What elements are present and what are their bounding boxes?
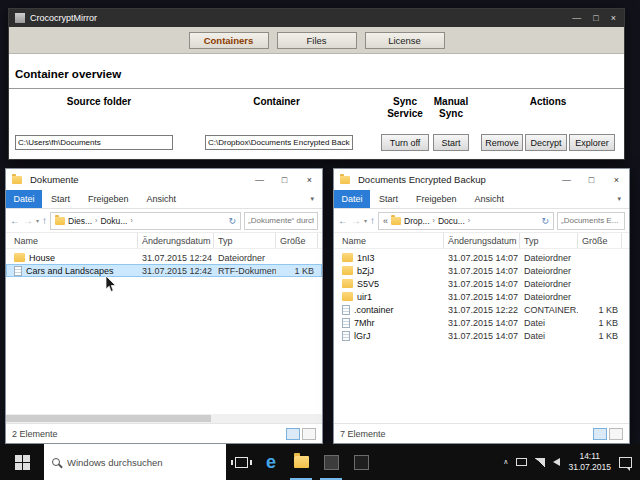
maximize-icon[interactable]: □ [579, 169, 604, 190]
history-dropdown-icon[interactable]: ▾ [36, 217, 39, 224]
close-icon[interactable]: × [604, 169, 629, 190]
explorer-button[interactable]: Explorer [569, 134, 615, 151]
folder-icon [14, 253, 25, 262]
titlebar[interactable]: Documents Encrypted Backup — □ × [334, 169, 629, 190]
source-folder-input[interactable] [15, 135, 173, 150]
address-bar[interactable]: « Drop... › Docu... › ↻ [378, 212, 554, 230]
minimize-icon[interactable]: — [247, 169, 272, 190]
taskbar-file-explorer-button[interactable] [286, 444, 316, 480]
tray-network-icon[interactable] [535, 458, 545, 467]
ribbon-expand-icon[interactable]: ▾ [302, 195, 322, 203]
column-header-name[interactable]: Name [338, 233, 444, 248]
tray-chevron-icon[interactable]: ∧ [503, 458, 508, 466]
column-header-size[interactable]: Größe [578, 233, 622, 248]
file-name: 1nI3 [357, 253, 375, 263]
tab-band: Containers Files License [9, 27, 624, 54]
file-row[interactable]: bZjJ 31.07.2015 14:07 Dateiordner [334, 264, 629, 277]
action-center-icon[interactable] [619, 457, 632, 468]
file-type: Dateiordner [520, 292, 578, 302]
maximize-icon[interactable]: □ [272, 169, 297, 190]
breadcrumb-item[interactable]: Dies... [68, 216, 92, 226]
forward-icon[interactable]: → [351, 215, 361, 226]
taskbar-search[interactable] [44, 444, 226, 480]
folder-icon [294, 456, 309, 468]
horizontal-scrollbar[interactable] [6, 414, 322, 423]
remove-button[interactable]: Remove [481, 134, 523, 151]
ribbon-tab-start[interactable]: Start [370, 194, 407, 204]
search-input[interactable] [557, 212, 625, 230]
minimize-icon[interactable]: — [554, 169, 579, 190]
column-header-size[interactable]: Größe [276, 233, 318, 248]
thumbnails-view-icon[interactable] [609, 428, 623, 440]
folder-icon [340, 176, 350, 184]
file-size: 1 KB [578, 318, 622, 328]
tray-display-icon[interactable] [516, 458, 527, 466]
close-icon[interactable]: × [611, 13, 616, 23]
breadcrumb-item[interactable]: Drop... [404, 216, 430, 226]
container-path-input[interactable] [205, 135, 353, 150]
file-type: CONTAINER... [520, 305, 578, 315]
file-row-selected[interactable]: Cars and Landscapes 31.07.2015 12:42 RTF… [6, 264, 322, 277]
thumbnails-view-icon[interactable] [302, 428, 316, 440]
ribbon-tab-ansicht[interactable]: Ansicht [466, 194, 514, 204]
minimize-icon[interactable]: — [572, 13, 581, 23]
file-type: Dateiordner [520, 253, 578, 263]
maximize-icon[interactable]: □ [593, 13, 598, 23]
crococrypt-titlebar[interactable]: CrococryptMirror — □ × [9, 9, 624, 27]
column-header-name[interactable]: Name [10, 233, 138, 248]
up-icon[interactable]: ↑ [42, 215, 47, 226]
ribbon-expand-icon[interactable]: ▾ [609, 195, 629, 203]
column-header-date[interactable]: Änderungsdatum [138, 233, 214, 248]
taskbar-clock[interactable]: 14:11 31.07.2015 [568, 451, 611, 473]
turn-off-button[interactable]: Turn off [381, 134, 429, 151]
ribbon-tab-datei[interactable]: Datei [6, 190, 42, 208]
file-row[interactable]: lGrJ 31.07.2015 14:07 Datei 1 KB [334, 329, 629, 342]
column-header-date[interactable]: Änderungsdatum [444, 233, 520, 248]
taskbar-app-button-2[interactable] [346, 444, 376, 480]
back-icon[interactable]: ← [338, 215, 348, 226]
breadcrumb-overflow-icon[interactable]: « [383, 216, 388, 226]
file-row[interactable]: House 31.07.2015 12:24 Dateiordner [6, 251, 322, 264]
tab-containers[interactable]: Containers [189, 32, 269, 49]
file-row[interactable]: 1nI3 31.07.2015 14:07 Dateiordner [334, 251, 629, 264]
tab-files[interactable]: Files [277, 32, 357, 49]
column-header-type[interactable]: Typ [520, 233, 578, 248]
up-icon[interactable]: ↑ [370, 215, 375, 226]
file-name: lGrJ [354, 331, 371, 341]
start-sync-button[interactable]: Start [433, 134, 469, 151]
details-view-icon[interactable] [593, 428, 607, 440]
column-header-type[interactable]: Typ [214, 233, 276, 248]
task-view-button[interactable] [226, 444, 256, 480]
file-row[interactable]: .container 31.07.2015 12:22 CONTAINER...… [334, 303, 629, 316]
taskbar-edge-button[interactable]: e [256, 444, 286, 480]
ribbon-tab-datei[interactable]: Datei [334, 190, 370, 208]
ribbon-tab-freigeben[interactable]: Freigeben [407, 194, 466, 204]
decrypt-button[interactable]: Decrypt [525, 134, 567, 151]
breadcrumb-item[interactable]: Docu... [438, 216, 465, 226]
refresh-icon[interactable]: ↻ [228, 216, 236, 226]
ribbon-tab-ansicht[interactable]: Ansicht [138, 194, 186, 204]
file-row[interactable]: S5V5 31.07.2015 14:07 Dateiordner [334, 277, 629, 290]
close-icon[interactable]: × [297, 169, 322, 190]
forward-icon[interactable]: → [23, 215, 33, 226]
document-icon [342, 331, 350, 341]
tray-volume-icon[interactable] [553, 458, 560, 466]
tab-license[interactable]: License [365, 32, 445, 49]
scrollbar-thumb[interactable] [6, 415, 211, 422]
history-dropdown-icon[interactable]: ▾ [364, 217, 367, 224]
search-input[interactable] [244, 212, 318, 230]
details-view-icon[interactable] [286, 428, 300, 440]
ribbon-tab-freigeben[interactable]: Freigeben [79, 194, 138, 204]
taskbar-search-input[interactable] [67, 457, 218, 468]
titlebar[interactable]: Dokumente — □ × [6, 169, 322, 190]
address-bar[interactable]: Dies... › Doku... › ↻ [50, 212, 241, 230]
ribbon-tab-start[interactable]: Start [42, 194, 79, 204]
app-icon [324, 455, 339, 470]
breadcrumb-item[interactable]: Doku... [100, 216, 127, 226]
file-row[interactable]: uir1 31.07.2015 14:07 Dateiordner [334, 290, 629, 303]
file-row[interactable]: 7Mhr 31.07.2015 14:07 Datei 1 KB [334, 316, 629, 329]
refresh-icon[interactable]: ↻ [541, 216, 549, 226]
back-icon[interactable]: ← [10, 215, 20, 226]
start-button[interactable] [0, 444, 44, 480]
taskbar-app-button-1[interactable] [316, 444, 346, 480]
